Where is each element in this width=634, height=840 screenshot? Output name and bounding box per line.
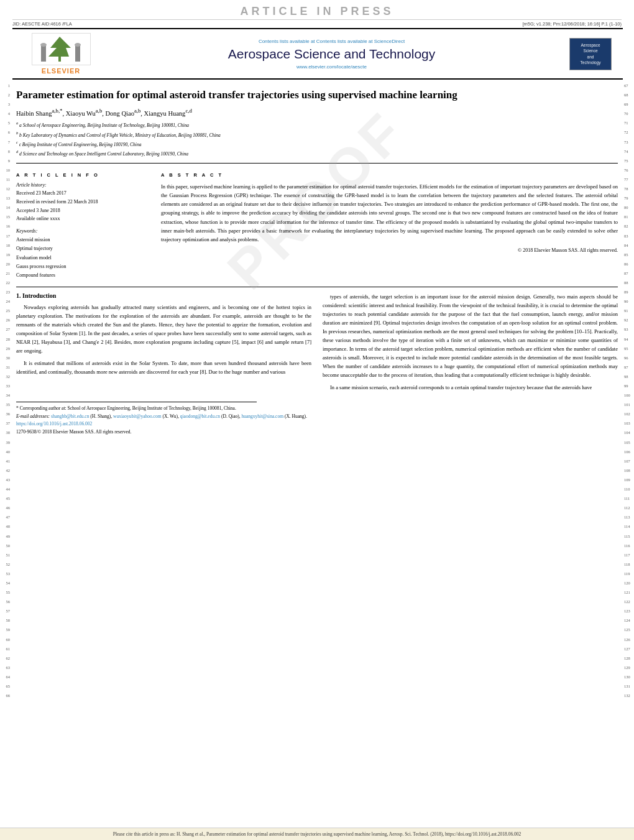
left-column: 1. Introduction Nowadays exploring aster… bbox=[16, 292, 311, 392]
body-section: 1. Introduction Nowadays exploring aster… bbox=[16, 292, 618, 392]
abstract-area: A B S T R A C T In this paper, supervise… bbox=[161, 172, 618, 280]
journal-logo-right-box: Aerospace Science and Technology bbox=[569, 38, 612, 70]
article-title: Parameter estimation for optimal asteroi… bbox=[16, 88, 618, 103]
keywords-list: Asteroid mission Optimal trajectory Eval… bbox=[16, 236, 150, 280]
elsevier-logo-area: ELSEVIER bbox=[24, 33, 98, 75]
svg-marker-1 bbox=[48, 37, 71, 57]
article-info-label: A R T I C L E I N F O bbox=[16, 172, 150, 178]
keywords-label: Keywords: bbox=[16, 228, 150, 234]
doi-link: https://doi.org/10.1016/j.ast.2018.06.00… bbox=[16, 420, 618, 428]
divider-1 bbox=[16, 163, 618, 164]
keyword-4: Gauss process regression bbox=[16, 262, 150, 271]
footnotes: * Corresponding author at: School of Aer… bbox=[16, 405, 618, 436]
copyright: © 2018 Elsevier Masson SAS. All rights r… bbox=[161, 247, 618, 253]
keyword-5: Compound features bbox=[16, 271, 150, 280]
journal-title-area: Contents lists available at Contents lis… bbox=[98, 39, 565, 70]
article-in-press-banner: ARTICLE IN PRESS bbox=[12, 0, 622, 20]
left-para-1: Nowadays exploring asteroids has gradual… bbox=[16, 303, 311, 355]
affiliations: a a School of Aerospace Engineering, Bei… bbox=[16, 120, 618, 158]
main-content: PROOF Parameter estimation for optimal a… bbox=[0, 88, 634, 436]
meta-left: JID: AESCTE AID:4616 /FLA bbox=[12, 21, 72, 27]
available-date: Available online xxxx bbox=[16, 215, 150, 223]
affiliation-c: c c Beijing Institute of Control Enginee… bbox=[16, 139, 618, 149]
svg-point-5 bbox=[75, 43, 81, 47]
svg-rect-4 bbox=[75, 45, 80, 62]
meta-top: JID: AESCTE AID:4616 /FLA [m5G; v1.238; … bbox=[0, 20, 634, 28]
journal-url: www.elsevier.com/locate/aescte bbox=[98, 64, 565, 70]
affiliation-a: a a School of Aerospace Engineering, Bei… bbox=[16, 120, 618, 129]
journal-logo-right: Aerospace Science and Technology bbox=[565, 38, 612, 70]
bottom-bar: Please cite this article in press as: H.… bbox=[0, 828, 634, 840]
affiliation-b: b b Key Laboratory of Dynamics and Contr… bbox=[16, 130, 618, 139]
divider-3 bbox=[16, 402, 257, 402]
elsevier-tree-icon bbox=[35, 34, 88, 64]
svg-point-3 bbox=[40, 43, 47, 47]
authors-line: Haibin Shanga,b,*, Xiaoyu Wua,b, Dong Qi… bbox=[16, 108, 618, 117]
section1-heading: 1. Introduction bbox=[16, 292, 311, 299]
keyword-1: Asteroid mission bbox=[16, 236, 150, 244]
abstract-text: In this paper, supervised machine learni… bbox=[161, 182, 618, 243]
abstract-label: A B S T R A C T bbox=[161, 172, 618, 178]
journal-header: ELSEVIER Contents lists available at Con… bbox=[12, 28, 623, 80]
corresponding-note: * Corresponding author at: School of Aer… bbox=[16, 405, 618, 413]
elsevier-logo-box bbox=[32, 33, 91, 65]
article-info: A R T I C L E I N F O Article history: R… bbox=[16, 172, 150, 280]
meta-right: [m5G; v1.238; Pm:12/06/2018; 16:16] P.1 … bbox=[522, 21, 622, 27]
article-info-abstract: A R T I C L E I N F O Article history: R… bbox=[16, 167, 618, 280]
received-date: Received 23 March 2017 bbox=[16, 189, 150, 198]
keyword-3: Evaluation model bbox=[16, 254, 150, 262]
issn-line: 1270-9638/© 2018 Elsevier Masson SAS. Al… bbox=[16, 428, 618, 436]
affiliation-d: d d Science and Technology on Space Inte… bbox=[16, 149, 618, 158]
right-column: types of asteroids, the target selection… bbox=[323, 292, 618, 392]
divider-2 bbox=[16, 287, 618, 287]
left-para-2: It is estimated that millions of asteroi… bbox=[16, 359, 311, 376]
sciencedirect-label: Contents lists available at Contents lis… bbox=[98, 39, 565, 44]
keyword-2: Optimal trajectory bbox=[16, 244, 150, 253]
svg-rect-2 bbox=[41, 45, 46, 62]
right-para-1: types of asteroids, the target selection… bbox=[323, 292, 618, 379]
journal-name: Aerospace Science and Technology bbox=[98, 47, 565, 62]
accepted-date: Accepted 3 June 2018 bbox=[16, 206, 150, 215]
article-history-label: Article history: bbox=[16, 182, 150, 188]
email-note: E-mail addresses: shanghb@bit.edu.cn (H.… bbox=[16, 413, 618, 421]
received-revised-date: Received in revised form 22 March 2018 bbox=[16, 198, 150, 206]
elsevier-wordmark: ELSEVIER bbox=[42, 67, 80, 75]
right-para-2: In a same mission scenario, each asteroi… bbox=[323, 383, 618, 392]
